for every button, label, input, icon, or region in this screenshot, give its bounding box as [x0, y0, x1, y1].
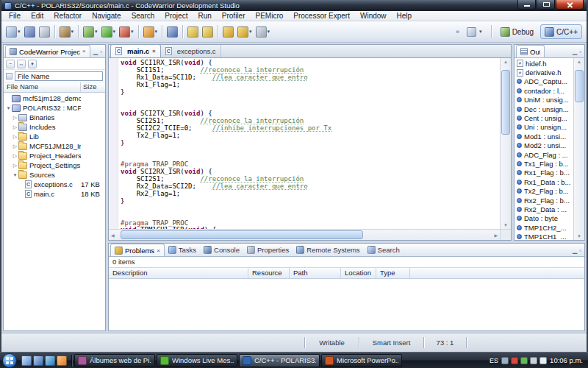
- tree-item-binaries[interactable]: ▷Binaries: [4, 113, 105, 122]
- editor-hscrollbar[interactable]: ◀ ▶: [109, 229, 500, 240]
- outline-item-tx1-flag-b[interactable]: Tx1_Flag : b...: [514, 159, 573, 168]
- link-editor-icon[interactable]: ↔: [17, 60, 26, 68]
- last-edit-location-button[interactable]: [221, 24, 235, 40]
- menu-project[interactable]: Project: [159, 11, 193, 21]
- tree-item-mcf51jm128-in[interactable]: ▷MCF51JM128_In...: [4, 141, 105, 151]
- perspective-cpp-button[interactable]: C/C++: [540, 24, 582, 39]
- scroll-left-icon[interactable]: ◀: [111, 233, 115, 238]
- window-titlebar[interactable]: C/C++ - POLARIS32/Sources/main.c - CodeW…: [1, 0, 587, 11]
- outline-item-rx1-data-b[interactable]: Rx1_Data : b...: [514, 177, 573, 186]
- flash-programmer-button[interactable]: ▾: [142, 24, 159, 40]
- column-file-name[interactable]: File Name: [4, 82, 81, 92]
- outline-item-adc-captu[interactable]: ADC_Captu...: [514, 77, 573, 86]
- problems-body[interactable]: [109, 279, 584, 330]
- minimize-view-icon[interactable]: ▁: [573, 248, 577, 254]
- column-path[interactable]: Path: [290, 268, 341, 278]
- dropdown-arrow-icon[interactable]: ▾: [71, 29, 74, 35]
- forward-button[interactable]: ▾: [254, 24, 272, 40]
- column-description[interactable]: Description: [109, 268, 248, 278]
- run-button[interactable]: ▾: [100, 24, 118, 40]
- dropdown-arrow-icon[interactable]: ▾: [131, 29, 134, 35]
- project-tree[interactable]: mcf51jm128_demo▾POLARIS32 : MCF5...▷Bina…: [4, 93, 105, 330]
- menu-profiler[interactable]: Profiler: [217, 11, 251, 21]
- menu-navigate[interactable]: Navigate: [87, 11, 126, 21]
- taskbar-button-windows-live-mes[interactable]: Windows Live Mes...: [157, 354, 237, 367]
- menu-run[interactable]: Run: [193, 11, 216, 21]
- back-button[interactable]: ▾: [236, 24, 254, 40]
- menu-refactor[interactable]: Refactor: [49, 11, 87, 21]
- expander-icon[interactable]: ▾: [12, 172, 18, 178]
- expander-icon[interactable]: ▷: [12, 144, 18, 149]
- outline-item-dec-unsign[interactable]: Dec : unsign...: [514, 105, 573, 113]
- taskbar-button-c-c-polaris3[interactable]: C/C++ - POLARIS3...: [239, 354, 320, 367]
- search-button[interactable]: [165, 24, 179, 40]
- scroll-up-icon[interactable]: ▲: [574, 60, 584, 64]
- scrollbar-thumb[interactable]: [575, 70, 584, 102]
- outline-item-mod2-unsi[interactable]: Mod2 : unsi...: [514, 141, 573, 150]
- outline-item-rx1-flag-b[interactable]: Rx1_Flag : b...: [514, 169, 573, 177]
- scroll-down-icon[interactable]: ▼: [574, 234, 584, 238]
- expander-icon[interactable]: ▷: [12, 124, 18, 130]
- maximize-button[interactable]: [537, 0, 555, 10]
- taskbar-button-microsoft-powerpo[interactable]: Microsoft PowerPo...: [321, 354, 402, 367]
- column-location[interactable]: Location: [341, 268, 376, 278]
- print-button[interactable]: [37, 24, 51, 40]
- dropdown-arrow-icon[interactable]: ▾: [268, 29, 270, 35]
- outline-item-rx2-data[interactable]: Rx2_Data : ...: [514, 205, 573, 213]
- tree-item-main-c[interactable]: Cmain.c18 KB: [4, 189, 105, 199]
- media-player-icon[interactable]: [57, 355, 67, 366]
- maximize-view-icon[interactable]: ▫: [100, 49, 102, 55]
- tree-item-sources[interactable]: ▾Sources: [4, 170, 105, 180]
- expander-icon[interactable]: ▷: [12, 163, 18, 169]
- menu-window[interactable]: Window: [355, 11, 392, 21]
- collapse-all-icon[interactable]: −: [6, 60, 15, 68]
- column-resource[interactable]: Resource: [248, 268, 290, 278]
- debug-button[interactable]: ▾: [82, 24, 99, 40]
- close-tab-icon[interactable]: ×: [157, 247, 160, 254]
- outline-view-tab[interactable]: Outline: [516, 45, 545, 57]
- save-button[interactable]: [23, 24, 37, 40]
- editor-vscrollbar[interactable]: ▲ ▼: [500, 58, 511, 229]
- show-desktop-icon[interactable]: [21, 355, 32, 366]
- scroll-right-icon[interactable]: ▶: [494, 233, 498, 238]
- tab-problems[interactable]: Problems×: [110, 244, 165, 256]
- minimize-view-icon[interactable]: ▁: [93, 49, 98, 55]
- expander-icon[interactable]: ▷: [12, 115, 18, 121]
- tray-icon-4[interactable]: [530, 357, 537, 364]
- toolbar-overflow-icon[interactable]: »: [456, 28, 459, 35]
- tab-search[interactable]: Search: [364, 244, 404, 256]
- tray-icon-5[interactable]: [539, 357, 547, 364]
- scrollbar-thumb[interactable]: [121, 230, 363, 239]
- scroll-down-icon[interactable]: ▼: [501, 223, 511, 227]
- start-button[interactable]: [2, 353, 17, 368]
- tree-item-exceptions-c[interactable]: Cexceptions.c17 KB: [4, 180, 105, 189]
- column-size[interactable]: Size: [81, 82, 105, 92]
- internet-explorer-icon[interactable]: [45, 355, 55, 366]
- annotation-ruler[interactable]: [109, 58, 118, 229]
- outline-item-tmp1ch1[interactable]: TMP1CH1_...: [514, 232, 573, 240]
- outline-list[interactable]: #hidef.h#derivative.hADC_Captu...contado…: [514, 58, 573, 240]
- code-editor[interactable]: void SCI1RX_ISR(void) { SCI1S1; //recono…: [119, 58, 500, 229]
- taskbar-button-lbumes-web-de-pi[interactable]: Álbumes web de Pi...: [74, 354, 155, 367]
- outline-item-cent-unsig[interactable]: Cent : unsig...: [514, 113, 573, 122]
- open-perspective-button[interactable]: ▾: [462, 24, 487, 39]
- external-tools-button[interactable]: ▾: [118, 24, 135, 40]
- language-indicator[interactable]: ES: [490, 357, 498, 364]
- view-menu-icon[interactable]: ▾: [28, 60, 37, 68]
- outline-item-derivative-h[interactable]: #derivative.h: [514, 68, 573, 77]
- tab-exceptions-c[interactable]: C exceptions.c: [161, 45, 221, 57]
- tree-item-project-headers[interactable]: ▷Project_Headers: [4, 151, 105, 160]
- tree-item-lib[interactable]: ▷Lib: [4, 132, 105, 141]
- tray-icon-1[interactable]: [501, 357, 509, 364]
- menu-pemicro[interactable]: PEMicro: [250, 11, 288, 21]
- minimize-view-icon[interactable]: ▁: [573, 49, 577, 55]
- dropdown-arrow-icon[interactable]: ▾: [95, 29, 98, 35]
- outline-item-adc-flag[interactable]: ADC_Flag : ...: [514, 150, 573, 159]
- switch-windows-icon[interactable]: [33, 355, 43, 366]
- expander-icon[interactable]: ▾: [5, 105, 12, 111]
- close-view-icon[interactable]: ×: [82, 49, 86, 54]
- maximize-view-icon[interactable]: ▫: [579, 248, 581, 254]
- scroll-up-icon[interactable]: ▲: [501, 60, 511, 64]
- tray-icon-3[interactable]: [520, 357, 528, 364]
- dropdown-arrow-icon[interactable]: ▾: [249, 29, 252, 35]
